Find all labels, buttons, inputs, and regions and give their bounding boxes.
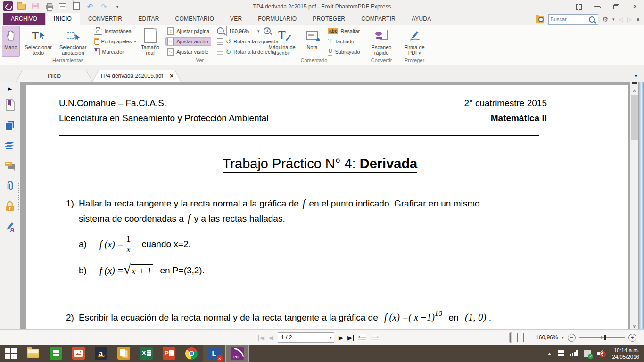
tab-inicio[interactable]: INICIO — [45, 13, 80, 25]
taskbar-office-hub[interactable] — [112, 345, 135, 362]
note-button[interactable]: Nota — [300, 26, 324, 57]
taskbar-excel[interactable]: X — [135, 345, 157, 362]
layers-panel-button[interactable] — [0, 139, 20, 153]
attachments-panel-button[interactable] — [0, 179, 20, 193]
scroll-up-icon[interactable]: ∧ — [630, 88, 638, 93]
previous-page-button[interactable]: ◀ — [269, 335, 273, 341]
hand-tool-button[interactable]: Mano — [2, 26, 20, 57]
tray-expand-icon[interactable]: ▲ — [547, 351, 552, 356]
history-forward-button[interactable]: ▷ — [627, 16, 632, 23]
highlight-button[interactable]: abc Resaltar — [326, 27, 362, 35]
zoom-slider-handle[interactable] — [604, 335, 606, 340]
fit-visible-button[interactable]: ↔ Ajustar visible — [165, 48, 211, 56]
continuous-view-button[interactable] — [509, 332, 512, 343]
redo-button[interactable]: ↷ — [99, 1, 109, 11]
expand-panel-button[interactable]: ▶ — [0, 82, 20, 96]
start-button[interactable] — [0, 345, 22, 362]
taskbar-file-explorer[interactable] — [22, 345, 44, 362]
snapshot-button[interactable]: Instantánea — [92, 27, 138, 35]
new-document-button[interactable] — [71, 1, 82, 11]
page-combo-dropdown-icon[interactable]: ▾ — [330, 335, 334, 340]
tab-archivo[interactable]: ARCHIVO — [3, 13, 45, 25]
single-page-view-button[interactable] — [503, 332, 505, 343]
facing-view-button[interactable] — [516, 332, 519, 343]
tab-convertir[interactable]: CONVERTIR — [80, 13, 130, 25]
undo-button[interactable]: ↶ — [85, 1, 95, 11]
continuous-facing-view-button[interactable] — [522, 332, 525, 343]
next-page-button[interactable]: ▶ — [339, 335, 343, 341]
first-page-button[interactable]: ◀ — [258, 335, 264, 341]
bookmark-button[interactable]: Marcador — [92, 48, 138, 56]
tab-editar[interactable]: EDITAR — [130, 13, 167, 25]
save-button[interactable] — [30, 1, 41, 11]
last-page-button[interactable]: ▶ — [347, 335, 354, 341]
typewriter-button[interactable]: T Máquina de escribir — [266, 26, 298, 57]
doc-tab-inicio[interactable]: Inicio — [16, 70, 92, 82]
minimize-button[interactable] — [591, 2, 603, 11]
comments-panel-button[interactable] — [0, 159, 20, 173]
doc-tab-active[interactable]: TP4 derivada 2c2015.pdf × — [92, 70, 181, 82]
page-number-combo[interactable]: ▾ — [278, 332, 334, 343]
gear-icon[interactable]: ⚙ — [603, 16, 609, 23]
pdf-sign-button[interactable]: Firma de PDF▾ — [399, 26, 430, 57]
fullscreen-button[interactable] — [572, 2, 585, 11]
sidebar-resize-handle[interactable] — [18, 183, 19, 211]
gear-dropdown-icon[interactable]: ▾ — [612, 17, 615, 22]
search-box[interactable] — [548, 14, 598, 25]
vertical-scrollbar[interactable]: ∧ ∨ — [630, 82, 638, 329]
zoom-dropdown-icon[interactable]: ▾ — [257, 29, 261, 33]
restore-button[interactable] — [610, 2, 622, 11]
zoom-out-icon[interactable]: − — [217, 27, 224, 34]
fit-width-button[interactable]: ↔ Ajustar ancho — [165, 37, 211, 46]
previous-view-button[interactable] — [358, 334, 366, 341]
scrollbar-thumb[interactable] — [631, 95, 638, 140]
taskbar-document-app[interactable]: L× — [203, 345, 225, 362]
search-input[interactable] — [549, 16, 589, 22]
bookmarks-panel-button[interactable] — [0, 98, 20, 112]
taskbar-photos[interactable] — [67, 345, 90, 362]
split-view-handle[interactable] — [631, 82, 637, 87]
security-panel-button[interactable] — [0, 199, 20, 214]
next-view-button[interactable] — [371, 334, 379, 341]
search-icon[interactable] — [589, 16, 595, 23]
close-button[interactable]: × — [629, 2, 641, 11]
tab-ver[interactable]: VER — [222, 13, 250, 25]
taskbar-amazon[interactable]: a — [90, 345, 112, 362]
customize-qat-button[interactable]: ▾ — [112, 1, 123, 11]
doc-tab-close-icon[interactable]: × — [170, 73, 173, 79]
zoom-in-button[interactable]: + — [628, 334, 636, 342]
signatures-panel-button[interactable] — [0, 220, 20, 234]
clock[interactable]: 10:14 a.m. 24/05/2016 — [612, 347, 639, 360]
tab-compartir[interactable]: COMPARTIR — [353, 13, 404, 25]
network-icon[interactable] — [570, 350, 578, 356]
tab-ayuda[interactable]: AYUDA — [404, 13, 439, 25]
quick-scan-button[interactable]: Escaneo rápido — [364, 26, 398, 57]
tab-formulario[interactable]: FORMULARIO — [250, 13, 305, 25]
status-zoom-value[interactable]: 160,96% — [536, 334, 558, 341]
tray-windows-icon[interactable] — [558, 350, 564, 356]
taskbar-foxit-active[interactable]: PDF — [225, 345, 249, 362]
actual-size-button[interactable]: Tamaño real — [139, 26, 162, 57]
app-logo-button[interactable] — [3, 1, 13, 11]
clipboard-button[interactable]: Portapapeles ▾ — [92, 37, 138, 46]
select-annotation-button[interactable]: Seleccionar anotación — [57, 26, 89, 57]
underline-button[interactable]: U Subrayado — [326, 48, 362, 56]
zoom-slider[interactable] — [579, 334, 625, 341]
pages-panel-button[interactable] — [0, 118, 20, 132]
scroll-down-icon[interactable]: ∨ — [630, 324, 638, 329]
collapse-ribbon-button[interactable]: ∧ — [636, 16, 640, 23]
fit-page-button[interactable]: ↕ Ajustar página — [165, 27, 211, 35]
tab-comentario[interactable]: COMENTARIO — [167, 13, 222, 25]
select-text-button[interactable]: T Seleccionar texto — [23, 26, 54, 57]
tab-list-dropdown-icon[interactable]: ▼ — [634, 74, 638, 79]
email-button[interactable] — [58, 1, 68, 11]
taskbar-store[interactable] — [44, 345, 67, 362]
tab-proteger[interactable]: PROTEGER — [305, 13, 353, 25]
zoom-combo[interactable]: ▾ — [226, 26, 261, 36]
open-button[interactable] — [17, 1, 27, 11]
volume-muted-icon[interactable] — [597, 350, 606, 357]
taskbar-powerpoint[interactable]: P — [157, 345, 180, 362]
advanced-search-icon[interactable] — [536, 16, 544, 23]
page-number-input[interactable] — [278, 334, 330, 341]
zoom-out-button[interactable]: − — [568, 334, 576, 342]
